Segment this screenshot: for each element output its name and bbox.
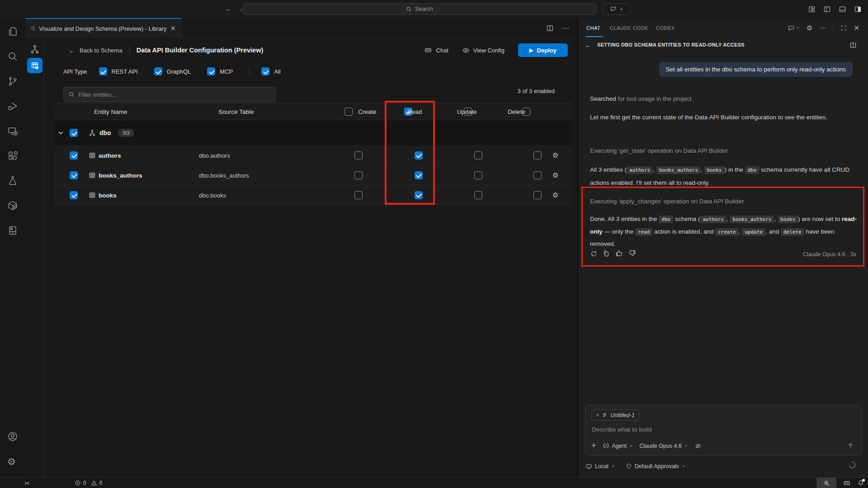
close-panel-icon[interactable]: ✕ [854, 24, 859, 32]
schema-group-row[interactable]: dbo 3/3 [54, 120, 572, 145]
row-checkbox[interactable] [70, 171, 78, 179]
entity-row-books[interactable]: books dbo.books ⚙ [54, 185, 572, 205]
chat-button[interactable]: Chat [424, 46, 448, 54]
toggle-primary-sidebar-icon[interactable] [823, 5, 831, 13]
thumbs-down-icon[interactable] [628, 249, 636, 257]
copilot-status-icon[interactable] [843, 479, 851, 487]
filter-placeholder: Filter entities... [78, 91, 117, 98]
context-chip[interactable]: + Untitled-1 [591, 409, 639, 421]
attach-context-icon[interactable]: + [591, 441, 596, 450]
view-config-button[interactable]: View Config [462, 47, 505, 54]
create-checkbox[interactable] [354, 171, 363, 179]
toggle-panel-icon[interactable] [839, 5, 846, 13]
thumbs-up-icon[interactable] [615, 249, 623, 257]
entity-row-authors[interactable]: authors dbo.authors ⚙ [54, 145, 572, 165]
back-to-schema-link[interactable]: ← Back to Schema [69, 47, 123, 54]
editor-tab[interactable]: Visualize and Design Schema (Preview) - … [25, 18, 182, 38]
tool-execution-line[interactable]: Executing 'apply_changes' operation on D… [590, 195, 744, 207]
copy-icon[interactable] [603, 250, 610, 257]
model-picker[interactable]: Claude Opus 4.6 [639, 443, 688, 449]
chat-mode-dropdown[interactable] [788, 24, 800, 32]
graphql-checkbox[interactable] [154, 67, 162, 75]
col-update: Update [457, 108, 477, 115]
run-debug-icon[interactable] [7, 101, 18, 112]
maximize-panel-icon[interactable] [840, 25, 847, 31]
row-checkbox[interactable] [70, 151, 78, 160]
toggle-secondary-sidebar-icon[interactable] [854, 5, 862, 13]
split-editor-icon[interactable] [546, 24, 554, 32]
row-settings-gear-icon[interactable]: ⚙ [552, 151, 558, 160]
environment-picker[interactable]: Local [585, 463, 615, 470]
activity-bar: ⚙ [0, 18, 25, 477]
send-button[interactable] [847, 442, 854, 450]
chevron-down-icon [796, 26, 800, 30]
rest-api-checkbox[interactable] [99, 67, 107, 75]
more-actions-icon[interactable]: ⋯ [562, 24, 570, 33]
session-title: SETTING DBO SCHEMA ENTITIES TO READ-ONLY… [597, 42, 745, 47]
all-checkbox[interactable] [261, 67, 269, 75]
schema-view-icon[interactable] [30, 44, 40, 54]
problems-indicator[interactable]: 0 0 [75, 480, 102, 486]
open-in-editor-icon[interactable] [849, 42, 857, 49]
approvals-picker[interactable]: Default Approvals [626, 463, 685, 469]
row-checkbox[interactable] [70, 191, 78, 199]
chat-panel: CHAT CLAUDE CODE CODEX ⚙ ⋯ ✕ ← SETTING D… [578, 18, 868, 477]
mode-picker[interactable]: Agent [603, 442, 633, 449]
shield-icon [626, 463, 632, 469]
schema-designer-view: ← Back to Schema Data API Builder Config… [25, 38, 578, 477]
search-view-icon[interactable] [7, 51, 18, 62]
settings-gear-icon[interactable]: ⚙ [7, 456, 18, 467]
explorer-icon[interactable] [7, 26, 18, 37]
session-back-icon[interactable]: ← [585, 41, 591, 49]
accounts-icon[interactable] [7, 431, 18, 442]
create-checkbox[interactable] [354, 151, 363, 160]
row-settings-gear-icon[interactable]: ⚙ [552, 191, 558, 199]
tab-chat[interactable]: CHAT [586, 18, 600, 38]
tab-close-icon[interactable]: ✕ [170, 24, 176, 33]
table-designer-icon-active[interactable] [27, 58, 42, 73]
mcp-checkbox[interactable] [207, 67, 215, 75]
assistant-paragraph: Done. All 3 entities in the dbo schema (… [590, 213, 857, 250]
chat-more-actions-icon[interactable]: ⋯ [819, 24, 826, 32]
searched-line[interactable]: Searched for tool usage in the project [590, 93, 691, 105]
comment-icon [788, 24, 795, 32]
delete-checkbox[interactable] [533, 171, 542, 179]
customize-layout-icon[interactable] [808, 5, 816, 13]
tab-codex[interactable]: CODEX [656, 18, 675, 38]
nav-back-icon[interactable]: ← [225, 5, 232, 13]
chat-settings-gear-icon[interactable]: ⚙ [807, 24, 812, 32]
collapse-chevron-icon[interactable] [58, 130, 64, 136]
update-checkbox[interactable] [474, 151, 482, 160]
update-checkbox[interactable] [474, 191, 482, 199]
search-icon [69, 92, 75, 98]
update-checkbox[interactable] [474, 171, 482, 179]
tab-claude-code[interactable]: CLAUDE CODE [610, 18, 648, 38]
delete-checkbox[interactable] [533, 151, 542, 160]
remote-indicator-icon[interactable] [24, 480, 30, 487]
copilot-chat-button[interactable] [603, 3, 631, 15]
schema-checkbox[interactable] [70, 129, 78, 137]
source-control-icon[interactable] [7, 76, 18, 87]
chat-input-box[interactable]: + Untitled-1 Describe what to build + Ag… [585, 405, 862, 455]
tools-sliders-icon[interactable] [694, 442, 702, 450]
tool-execution-line[interactable]: Executing 'get_state' operation on Data … [590, 145, 728, 157]
delete-checkbox[interactable] [533, 191, 542, 199]
filter-entities-input[interactable]: Filter entities... [63, 87, 276, 102]
retry-icon[interactable] [590, 250, 597, 257]
zoom-status-item[interactable] [816, 478, 836, 488]
deploy-button[interactable]: ▶ Deploy [518, 43, 568, 57]
notifications-bell[interactable] [857, 479, 864, 487]
create-all-checkbox[interactable] [344, 108, 353, 116]
containers-icon[interactable] [7, 200, 18, 211]
testing-icon[interactable] [7, 175, 18, 186]
read-checkbox[interactable] [415, 151, 423, 160]
create-checkbox[interactable] [354, 191, 363, 199]
extensions-icon[interactable] [7, 150, 18, 161]
remote-explorer-icon[interactable] [7, 126, 18, 136]
read-checkbox[interactable] [415, 171, 423, 179]
entity-row-books-authors[interactable]: books_authors dbo.books_authors ⚙ [54, 165, 572, 185]
database-projects-icon[interactable] [7, 225, 18, 236]
row-settings-gear-icon[interactable]: ⚙ [552, 171, 558, 179]
read-checkbox[interactable] [415, 191, 423, 199]
command-center-search[interactable]: Search [242, 3, 597, 15]
